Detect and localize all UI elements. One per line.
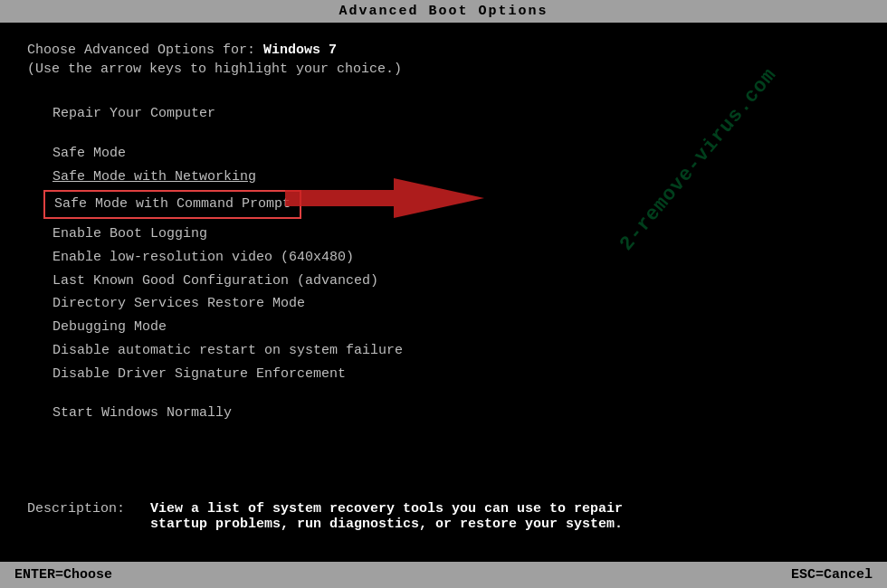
bottom-bar: ENTER=Choose ESC=Cancel <box>0 562 887 588</box>
description-line1: View a list of system recovery tools you… <box>150 501 623 517</box>
enter-label: ENTER=Choose <box>14 567 112 583</box>
title-bar: Advanced Boot Options <box>0 0 887 23</box>
menu-item-safe-mode-networking[interactable]: Safe Mode with Networking <box>27 166 860 189</box>
description-area: Description: View a list of system recov… <box>0 490 887 543</box>
menu-item-disable-driver[interactable]: Disable Driver Signature Enforcement <box>27 363 860 386</box>
menu-item-disable-restart[interactable]: Disable automatic restart on system fail… <box>27 339 860 363</box>
menu-item-debugging-mode[interactable]: Debugging Mode <box>27 316 860 339</box>
menu-item-last-known-good[interactable]: Last Known Good Configuration (advanced) <box>27 270 860 293</box>
menu-item-safe-mode[interactable]: Safe Mode <box>27 142 860 166</box>
menu-item-repair[interactable]: Repair Your Computer <box>27 102 860 126</box>
esc-label: ESC=Cancel <box>791 567 873 583</box>
description-line2: startup problems, run diagnostics, or re… <box>150 517 623 532</box>
header-line2: (Use the arrow keys to highlight your ch… <box>27 62 860 77</box>
menu-item-boot-logging[interactable]: Enable Boot Logging <box>27 223 860 246</box>
menu-item-safe-mode-command[interactable]: Safe Mode with Command Prompt <box>43 190 301 219</box>
header-os: Windows 7 <box>263 43 337 58</box>
header-line1: Choose Advanced Options for: Windows 7 <box>27 43 860 58</box>
header-prefix: Choose Advanced Options for: <box>27 43 263 58</box>
menu-item-start-windows[interactable]: Start Windows Normally <box>27 402 860 425</box>
menu-item-low-res[interactable]: Enable low-resolution video (640x480) <box>27 246 860 270</box>
menu-item-directory-services[interactable]: Directory Services Restore Mode <box>27 292 860 316</box>
main-content: Choose Advanced Options for: Windows 7 (… <box>0 23 887 425</box>
description-label: Description: <box>27 501 125 517</box>
